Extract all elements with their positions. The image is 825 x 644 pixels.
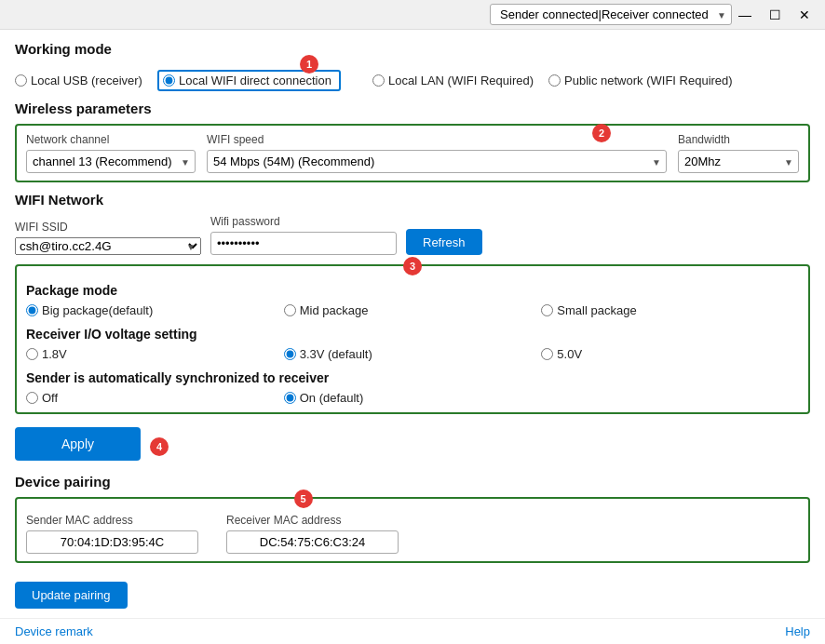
minimize-button[interactable]: — [732, 5, 758, 25]
sync-on[interactable]: On (default) [284, 391, 542, 405]
badge-2: 2 [592, 124, 611, 142]
badge-5: 5 [294, 490, 313, 508]
connection-status-dropdown[interactable]: Sender connected|Receiver connected [490, 4, 732, 25]
main-window: Sender connected|Receiver connected — ☐ … [0, 0, 825, 644]
package-big[interactable]: Big package(default) [26, 303, 284, 317]
package-mode-title: Package mode [26, 283, 799, 298]
help-link[interactable]: Help [785, 624, 810, 638]
sync-radios: Off On (default) [26, 391, 799, 405]
bandwidth-col: Bandwidth 20Mhz [678, 133, 799, 173]
password-col: Wifi password [210, 215, 397, 255]
sync-off[interactable]: Off [26, 391, 284, 405]
voltage-3v3[interactable]: 3.3V (default) [284, 347, 542, 361]
badge-3: 3 [403, 257, 422, 275]
working-mode-local-usb[interactable]: Local USB (receiver) [15, 74, 142, 87]
bandwidth-select-wrapper[interactable]: 20Mhz [678, 150, 799, 173]
network-channel-col: Network channel channel 13 (Recommend) [26, 133, 196, 173]
maximize-button[interactable]: ☐ [762, 5, 788, 25]
refresh-button[interactable]: Refresh [406, 229, 482, 255]
footer: Device remark Help [0, 618, 825, 644]
wireless-params-title: Wireless parameters [15, 101, 810, 116]
sender-mac-input[interactable] [26, 530, 198, 554]
main-content: Working mode Local USB (receiver) Local … [0, 30, 825, 618]
working-mode-public-net[interactable]: Public network (WIFI Required) [548, 74, 733, 87]
badge-1: 1 [300, 55, 318, 74]
working-mode-title: Working mode [15, 41, 112, 57]
ssid-select[interactable]: csh@tiro.cc2.4G [15, 237, 201, 255]
receiver-mac-col: Receiver MAC address [226, 514, 399, 554]
update-pairing-button[interactable]: Update pairing [15, 582, 128, 609]
working-mode-local-wifi[interactable]: Local WIFI direct connection [157, 70, 341, 91]
sender-mac-label: Sender MAC address [26, 514, 198, 527]
wifi-network-section: WIFI Network WIFI SSID csh@tiro.cc2.4G W… [15, 192, 810, 255]
voltage-radios: 1.8V 3.3V (default) 5.0V [26, 347, 799, 361]
voltage-title: Receiver I/O voltage setting [26, 327, 799, 342]
wifi-speed-select-wrapper[interactable]: 54 Mbps (54M) (Recommend) [207, 150, 667, 173]
ssid-select-wrapper[interactable]: csh@tiro.cc2.4G [15, 237, 201, 255]
receiver-mac-label: Receiver MAC address [226, 514, 399, 527]
titlebar: Sender connected|Receiver connected — ☐ … [0, 0, 825, 30]
bandwidth-label: Bandwidth [678, 133, 799, 146]
sync-title: Sender is automatically synchronized to … [26, 370, 799, 385]
network-channel-select-wrapper[interactable]: channel 13 (Recommend) [26, 150, 196, 173]
titlebar-center: Sender connected|Receiver connected [490, 4, 732, 25]
wifi-speed-select[interactable]: 54 Mbps (54M) (Recommend) [207, 150, 667, 173]
device-pairing-title: Device pairing [15, 474, 810, 490]
working-mode-radio-group: Local USB (receiver) Local WIFI direct c… [15, 70, 810, 91]
package-small[interactable]: Small package [541, 303, 799, 317]
receiver-mac-input[interactable] [226, 530, 399, 554]
sender-mac-col: Sender MAC address [26, 514, 198, 554]
wifi-speed-col: WIFI speed 54 Mbps (54M) (Recommend) 2 [207, 133, 667, 173]
close-button[interactable]: ✕ [791, 5, 818, 25]
device-pairing-box: 5 Sender MAC address Receiver MAC addres… [15, 497, 810, 563]
apply-row: Apply 4 [15, 423, 810, 470]
device-pairing-section: Device pairing 5 Sender MAC address Rece… [15, 474, 810, 609]
bandwidth-select[interactable]: 20Mhz [678, 150, 799, 173]
badge-4: 4 [150, 437, 169, 456]
working-mode-local-lan[interactable]: Local LAN (WIFI Required) [372, 74, 534, 87]
ssid-label: WIFI SSID [15, 221, 201, 234]
voltage-5v0[interactable]: 5.0V [541, 347, 799, 361]
mac-row: Sender MAC address Receiver MAC address [26, 514, 799, 554]
voltage-1v8[interactable]: 1.8V [26, 347, 284, 361]
password-label: Wifi password [210, 215, 397, 228]
wireless-params-box: Network channel channel 13 (Recommend) W… [15, 124, 810, 182]
package-mode-radios: Big package(default) Mid package Small p… [26, 303, 799, 317]
wifi-row: WIFI SSID csh@tiro.cc2.4G Wifi password … [15, 215, 810, 255]
apply-button[interactable]: Apply [15, 427, 141, 461]
device-remark-link[interactable]: Device remark [15, 624, 93, 638]
working-mode-section: Working mode Local USB (receiver) Local … [15, 41, 810, 91]
wifi-network-title: WIFI Network [15, 192, 810, 208]
network-channel-select[interactable]: channel 13 (Recommend) [26, 150, 196, 173]
network-channel-label: Network channel [26, 133, 196, 146]
ssid-col: WIFI SSID csh@tiro.cc2.4G [15, 221, 201, 255]
package-mid[interactable]: Mid package [284, 303, 542, 317]
titlebar-buttons: — ☐ ✕ [732, 5, 818, 25]
wireless-params-row: Network channel channel 13 (Recommend) W… [26, 133, 799, 173]
connection-status-select[interactable]: Sender connected|Receiver connected [490, 4, 732, 25]
password-input[interactable] [210, 232, 397, 255]
working-mode-title-row: Working mode [15, 41, 810, 64]
package-mode-box: 3 Package mode Big package(default) Mid … [15, 264, 810, 414]
